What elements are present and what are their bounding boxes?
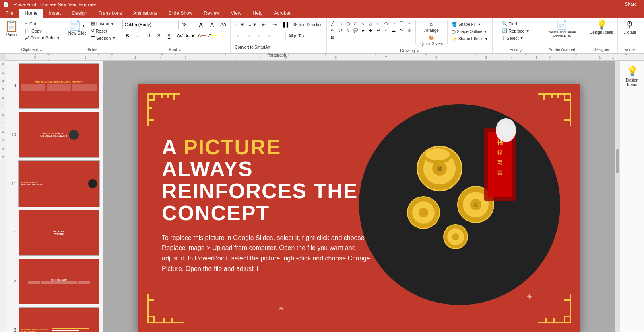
rect-shape[interactable]: □ bbox=[337, 20, 343, 26]
slide-thumb-3[interactable]: INFOGRAPHICS MAKE YOUR IDEAS UNDERSTANDA… bbox=[19, 307, 99, 332]
oval-shape[interactable]: ○ bbox=[360, 20, 366, 26]
cloud-shape[interactable]: ☁ bbox=[390, 27, 397, 33]
scrollbar-thumb[interactable] bbox=[616, 149, 619, 173]
tab-file[interactable]: File bbox=[0, 9, 19, 18]
increase-font-btn[interactable]: A+ bbox=[197, 20, 207, 29]
align-text-btn[interactable]: Align Text bbox=[287, 33, 307, 39]
pentagon-shape[interactable]: ⬠ bbox=[383, 20, 389, 26]
more-shapes[interactable]: ▼ bbox=[406, 20, 412, 26]
slide-thumb-9[interactable]: WHY COULD USE THREE COLUMNS, AND WHY? bbox=[19, 63, 99, 109]
share-button[interactable]: Share bbox=[621, 1, 641, 7]
align-center-btn[interactable]: ≡ bbox=[244, 31, 253, 40]
smartart-btn[interactable]: Convert to SmartArt bbox=[233, 44, 272, 50]
bold-btn[interactable]: B bbox=[122, 31, 132, 40]
reset-label: Reset bbox=[96, 29, 107, 33]
dictate-btn[interactable]: 🎙 Dictate bbox=[621, 19, 638, 36]
create-pdf-btn[interactable]: 📄 Create and Share Adobe PDF bbox=[544, 19, 580, 39]
replace-btn[interactable]: 🔄 Replace ▼ bbox=[500, 27, 531, 34]
drawing-expand-icon[interactable]: ↴ bbox=[416, 49, 419, 53]
double-arrow-shape[interactable]: ↔ bbox=[383, 27, 389, 33]
find-btn[interactable]: 🔍 Find bbox=[500, 20, 531, 27]
drawing-label[interactable]: Drawing ↴ bbox=[400, 48, 419, 53]
shadow-btn[interactable]: S̲ bbox=[164, 31, 174, 40]
font-expand-icon[interactable]: ↴ bbox=[178, 48, 181, 52]
font-label[interactable]: Font ↴ bbox=[169, 47, 181, 52]
font-size-input[interactable] bbox=[180, 20, 196, 29]
justify-btn[interactable]: ≡ bbox=[264, 31, 274, 40]
slide-canvas[interactable]: ✳ ✳ ✳ ✳ A PICTURE ALWAYS REINFORCES THE … bbox=[138, 84, 580, 332]
vertical-scrollbar[interactable] bbox=[615, 61, 620, 332]
diamond-shape[interactable]: ◇ bbox=[345, 27, 351, 33]
hexagon-shape[interactable]: ⬡ bbox=[337, 27, 343, 33]
new-slide-button[interactable]: 📄 ▼ New Slide bbox=[66, 19, 89, 37]
slide-thumb-1[interactable]: AWESOMEWORDS bbox=[19, 210, 99, 255]
section-button[interactable]: ☰ Section ▼ bbox=[89, 35, 118, 41]
clipboard-label[interactable]: Clipboard ↴ bbox=[21, 47, 42, 52]
line-shape[interactable]: ╱ bbox=[329, 20, 336, 26]
columns-btn[interactable]: ▐▐ bbox=[280, 20, 290, 29]
copy-button[interactable]: 📋 Copy bbox=[23, 27, 61, 34]
layout-button[interactable]: ▦ Layout ▼ bbox=[89, 20, 118, 27]
shape-fill-btn[interactable]: 🪣 Shape Fill ▼ bbox=[450, 21, 490, 28]
wave-shape[interactable]: 〜 bbox=[398, 27, 405, 33]
decrease-indent-btn[interactable]: ⇤ bbox=[259, 20, 269, 29]
design-ideas-btn[interactable]: 💡 Design Ideas bbox=[588, 19, 615, 36]
tab-animations[interactable]: Animations bbox=[128, 9, 163, 18]
increase-indent-btn[interactable]: ⇥ bbox=[270, 20, 279, 29]
clear-format-btn[interactable]: Aa bbox=[218, 20, 228, 29]
bend-arrow-shape[interactable]: ↩ bbox=[375, 27, 382, 33]
paste-button[interactable]: 📋 Paste bbox=[2, 19, 22, 38]
slide-thumb-11[interactable]: A PICTURE ALWAYSREINFORCES THE CONCEPT bbox=[19, 161, 99, 207]
tab-home[interactable]: Home bbox=[19, 9, 43, 18]
freeform-shape[interactable]: ✏ bbox=[329, 27, 336, 33]
italic-btn[interactable]: I bbox=[133, 31, 142, 40]
highlight-color-btn[interactable]: A bbox=[207, 31, 217, 40]
font-color-btn[interactable]: A bbox=[197, 31, 206, 40]
line-spacing-btn[interactable]: ↕ bbox=[275, 31, 285, 40]
snip-rect-shape[interactable]: ⬡ bbox=[352, 20, 359, 26]
font-size-small-btn[interactable]: Aₐ ▼ bbox=[185, 31, 195, 40]
align-right-btn[interactable]: ≡ bbox=[254, 31, 264, 40]
thumb3-pad: INFOGRAPHICS MAKE YOUR IDEAS UNDERSTANDA… bbox=[19, 308, 99, 332]
strikethrough-btn[interactable]: S bbox=[154, 31, 163, 40]
slide-thumb-2[interactable]: THIS IS A CALENDAR bbox=[19, 259, 99, 304]
select-btn[interactable]: ⊹ Select ▼ bbox=[500, 35, 531, 41]
clipboard-expand-icon[interactable]: ↴ bbox=[39, 48, 42, 52]
curve-shape[interactable]: ⌒ bbox=[398, 20, 405, 26]
triangle-shape[interactable]: △ bbox=[367, 20, 374, 26]
bullets-btn[interactable]: ☰ ▼ bbox=[233, 21, 246, 28]
tab-review[interactable]: Review bbox=[198, 9, 225, 18]
arrow-shape[interactable]: → bbox=[390, 20, 397, 26]
format-painter-button[interactable]: 🖌 Format Painter bbox=[23, 35, 61, 41]
quick-styles-btn[interactable]: 🎨 Quick Styles bbox=[418, 34, 445, 47]
block-shape[interactable]: ⊡ bbox=[329, 34, 336, 40]
tab-acrobat[interactable]: Acrobat bbox=[268, 9, 296, 18]
arrange-btn[interactable]: ⧉ Arrange bbox=[418, 21, 445, 34]
font-name-input[interactable] bbox=[122, 20, 179, 29]
tab-transitions[interactable]: Transitions bbox=[93, 9, 128, 18]
tab-help[interactable]: Help bbox=[247, 9, 268, 18]
tab-design[interactable]: Design bbox=[66, 9, 93, 18]
tab-view[interactable]: View bbox=[225, 9, 247, 18]
shape-outline-btn[interactable]: ▢ Shape Outline ▼ bbox=[450, 28, 490, 35]
cross-shape[interactable]: ✚ bbox=[367, 27, 374, 33]
align-left-btn[interactable]: ≡ bbox=[233, 31, 243, 40]
reset-button[interactable]: ↺ Reset bbox=[89, 27, 118, 34]
slide-thumb-10[interactable]: A PICTURE ALWAYSREINFORCES THE CONCEPT bbox=[19, 112, 99, 157]
decrease-font-btn[interactable]: A- bbox=[208, 20, 217, 29]
smiley-shape[interactable]: ☺ bbox=[406, 27, 412, 33]
tab-slideshow[interactable]: Slide Show bbox=[163, 9, 198, 18]
design-ideas-panel-btn[interactable]: 💡 Design Ideas bbox=[622, 64, 642, 88]
tab-insert[interactable]: Insert bbox=[43, 9, 66, 18]
shape-effects-btn[interactable]: ✨ Shape Effects ▼ bbox=[450, 35, 490, 42]
text-direction-btn[interactable]: ⟳ Text Direction bbox=[292, 21, 324, 28]
rounded-rect-shape[interactable]: ▢ bbox=[345, 20, 351, 26]
numbering-btn[interactable]: ≡ ▼ bbox=[247, 21, 258, 28]
cut-button[interactable]: ✂ Cut bbox=[23, 20, 61, 27]
underline-btn[interactable]: U bbox=[143, 31, 153, 40]
callout-shape[interactable]: 💬 bbox=[352, 27, 359, 33]
star-shape[interactable]: ★ bbox=[360, 27, 366, 33]
rtriangle-shape[interactable]: ◁ bbox=[375, 20, 382, 26]
thumb11-inner: A PICTURE ALWAYSREINFORCES THE CONCEPT bbox=[19, 161, 99, 207]
char-spacing-btn[interactable]: AV bbox=[175, 31, 184, 40]
